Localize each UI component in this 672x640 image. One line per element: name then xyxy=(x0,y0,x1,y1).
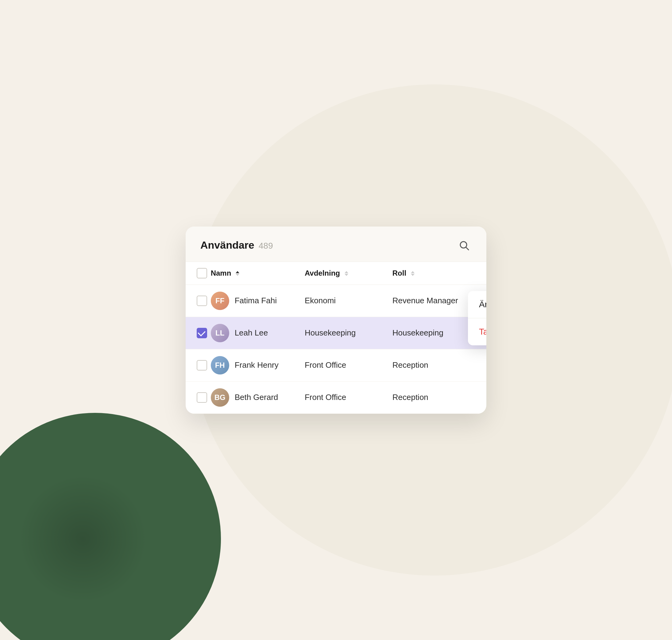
row-leah-checkbox[interactable] xyxy=(197,328,207,338)
row-beth-dept: Front Office xyxy=(305,381,393,413)
scene: Användare 489 Namn xyxy=(186,227,486,414)
table-row: LL Leah Lee Housekeeping Housekeeping xyxy=(186,317,486,349)
row-beth-name: Beth Gerard xyxy=(235,393,278,402)
row-beth-name-cell: BG Beth Gerard xyxy=(211,381,305,413)
col-header-dept[interactable]: Avdelning xyxy=(305,262,393,285)
select-all-checkbox[interactable] xyxy=(197,268,207,278)
row-beth-checkbox[interactable] xyxy=(197,392,207,403)
users-title: Användare xyxy=(200,239,254,251)
svg-line-1 xyxy=(466,247,469,250)
table-row: FF Fatima Fahi Ekonomi Revenue Manager xyxy=(186,285,486,317)
users-table-card: Användare 489 Namn xyxy=(186,227,486,414)
context-menu-edit[interactable]: Ändra xyxy=(468,291,486,318)
user-cell-beth: BG Beth Gerard xyxy=(211,388,305,407)
row-frank-check-cell xyxy=(186,349,211,381)
header-left: Användare 489 xyxy=(200,239,273,251)
col-header-check xyxy=(186,262,211,285)
avatar-fatima: FF xyxy=(211,292,229,310)
row-fatima-name-cell: FF Fatima Fahi xyxy=(211,285,305,317)
row-leah-name-cell: LL Leah Lee xyxy=(211,317,305,349)
row-fatima-checkbox[interactable] xyxy=(197,295,207,306)
row-fatima-dept: Ekonomi xyxy=(305,285,393,317)
users-count: 489 xyxy=(259,241,273,251)
search-icon xyxy=(458,240,469,251)
avatar-beth: BG xyxy=(211,388,229,407)
row-leah-name: Leah Lee xyxy=(235,328,268,338)
row-beth-role: Reception xyxy=(393,381,486,413)
avatar-leah: LL xyxy=(211,324,229,342)
row-frank-role: Reception xyxy=(393,349,486,381)
user-cell-frank: FH Frank Henry xyxy=(211,356,305,375)
users-table: Namn Avdelning Roll xyxy=(186,262,486,414)
table-row: FH Frank Henry Front Office Reception xyxy=(186,349,486,381)
background-noise xyxy=(18,474,147,603)
search-button[interactable] xyxy=(456,237,472,253)
col-header-role[interactable]: Roll xyxy=(393,262,486,285)
sort-dept-icon xyxy=(345,271,348,276)
sort-name-icon xyxy=(236,271,239,276)
sort-role-icon xyxy=(411,271,414,276)
row-frank-dept: Front Office xyxy=(305,349,393,381)
row-frank-name-cell: FH Frank Henry xyxy=(211,349,305,381)
row-leah-check-cell xyxy=(186,317,211,349)
col-header-name[interactable]: Namn xyxy=(211,262,305,285)
row-fatima-check-cell xyxy=(186,285,211,317)
card-header: Användare 489 xyxy=(186,227,486,262)
row-beth-check-cell xyxy=(186,381,211,413)
table-header-row: Namn Avdelning Roll xyxy=(186,262,486,285)
row-frank-checkbox[interactable] xyxy=(197,360,207,370)
row-frank-name: Frank Henry xyxy=(235,360,279,370)
context-menu-delete[interactable]: Ta bort xyxy=(468,318,486,345)
user-cell-fatima: FF Fatima Fahi xyxy=(211,292,305,310)
user-cell-leah: LL Leah Lee xyxy=(211,324,305,342)
avatar-frank: FH xyxy=(211,356,229,375)
row-leah-dept: Housekeeping xyxy=(305,317,393,349)
row-fatima-name: Fatima Fahi xyxy=(235,296,277,305)
context-menu: Ändra Ta bort xyxy=(468,291,486,345)
table-row: BG Beth Gerard Front Office Reception xyxy=(186,381,486,413)
